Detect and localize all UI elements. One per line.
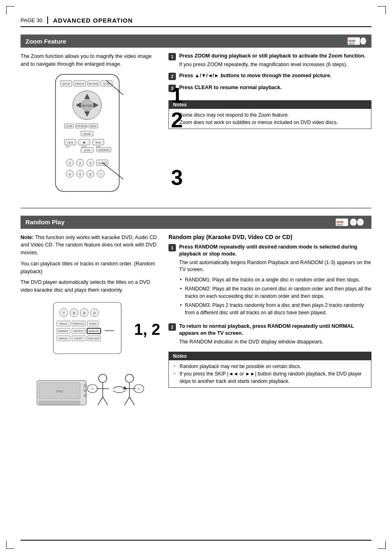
random-notes-header: Notes — [169, 352, 371, 360]
svg-point-104 — [84, 389, 87, 392]
zoom-step-2-content: Press ▲/▼/◄/► buttons to move through th… — [179, 72, 331, 80]
corner-mark-bl — [6, 541, 14, 549]
svg-text:RETURN: RETURN — [89, 83, 98, 85]
page-title: ADVANCED OPERATION — [53, 17, 133, 24]
svg-point-103 — [84, 384, 87, 387]
zoom-step-2-bold: Press ▲/▼/◄/► buttons to move through th… — [179, 73, 331, 78]
svg-text:AUDIO: AUDIO — [89, 322, 97, 325]
random-heading: Random Play — [25, 219, 65, 226]
zoom-section: Zoom Feature DVD VIDEO DIGITAL The Zoom … — [21, 35, 371, 200]
random-notes-box: Notes Random playback may not be possibl… — [168, 352, 371, 388]
random-illustration: DVD — [21, 362, 160, 411]
svg-text:TOP MENU: TOP MENU — [76, 125, 87, 127]
page-number: PAGE 30 — [21, 17, 42, 23]
svg-text:0: 0 — [93, 311, 95, 315]
svg-text:VIDEO: VIDEO — [348, 42, 355, 45]
svg-text:SKIP: SKIP — [65, 145, 70, 148]
svg-text:1: 1 — [69, 161, 71, 165]
random-remote-svg: 7 8 9 0 ANGLE — [49, 300, 131, 356]
corner-mark-tr — [378, 6, 386, 14]
zoom-step-1-num: 1 — [168, 53, 176, 60]
zoom-step-3-content: Press CLEAR to resume normal playback. — [179, 84, 281, 92]
zoom-note-2: Zoom does not work on subtitles or menus… — [173, 119, 367, 126]
svg-text:SEARCH: SEARCH — [74, 330, 83, 332]
zoom-step-1-content: Press ZOOM during playback or still play… — [179, 53, 366, 68]
zoom-heading: Zoom Feature — [25, 38, 66, 45]
svg-text:5: 5 — [79, 173, 81, 176]
zoom-remote-svg: SETUP DISPLAY RETURN ZOOM — [43, 72, 138, 200]
zoom-step-1-bold: Press ZOOM during playback or still play… — [179, 53, 366, 59]
page-container: PAGE 30 ADVANCED OPERATION Zoom Feature … — [0, 0, 392, 555]
zoom-notes-list: Some discs may not respond to the Zoom f… — [173, 111, 367, 126]
random-note-2: If you press the SKIP |◄◄ or ►►| button … — [173, 370, 367, 385]
random-bullet-3: RANDOM3: Plays 2 tracks randomly from a … — [179, 302, 371, 316]
zoom-notes-body: Some discs may not respond to the Zoom f… — [169, 109, 371, 129]
zoom-icons: DVD VIDEO DIGITAL — [348, 37, 367, 46]
random-step-2-num: 2 — [168, 323, 176, 331]
svg-line-117 — [129, 397, 134, 405]
svg-point-119 — [138, 387, 140, 389]
random-col-left: Note: This function only works with kara… — [21, 234, 160, 411]
random-para1: You can playback titles or tracks in ran… — [21, 260, 160, 276]
zoom-step-3-label: 3 — [171, 167, 183, 188]
svg-point-112 — [91, 387, 94, 389]
svg-text:DISC SKIP: DISC SKIP — [88, 337, 99, 340]
page-footer-line — [21, 540, 371, 541]
random-notes-list: Random playback may not be possible on c… — [173, 363, 367, 385]
svg-text:3: 3 — [90, 161, 92, 165]
header-divider — [47, 16, 48, 24]
random-step-1-num: 1 — [168, 244, 176, 251]
svg-text:►►|: ►►| — [95, 141, 101, 144]
zoom-section-header: Zoom Feature DVD VIDEO DIGITAL — [21, 35, 371, 48]
svg-text:DVD: DVD — [56, 389, 63, 393]
svg-text:7: 7 — [62, 311, 65, 315]
random-note-1: Random playback may not be possible on c… — [173, 363, 367, 370]
random-step-2: 2 To return to normal playback, press RA… — [168, 323, 371, 346]
svg-point-68 — [360, 221, 362, 223]
svg-text:9: 9 — [83, 311, 85, 315]
svg-text:|◄◄: |◄◄ — [67, 141, 73, 144]
svg-point-113 — [125, 374, 134, 382]
random-main: Note: This function only works with kara… — [21, 234, 371, 411]
random-icons: DVD VIDEO DIGITAL DIGITAL — [336, 218, 367, 227]
random-step-1-bullets: RANDOM1: Plays all the tracks on a singl… — [179, 276, 371, 316]
random-step-2-content: To return to normal playback, press RAND… — [179, 323, 371, 346]
random-step-1-content: Press RANDOM repeatedly until desired ra… — [179, 244, 371, 319]
svg-text:DISPLAY: DISPLAY — [75, 83, 85, 85]
corner-mark-br — [378, 541, 386, 549]
svg-point-105 — [84, 394, 87, 397]
svg-text:SETUP: SETUP — [62, 83, 70, 85]
svg-text:−: − — [99, 172, 102, 176]
zoom-notes-box: Notes Some discs may not respond to the … — [168, 100, 371, 129]
zoom-note-1: Some discs may not respond to the Zoom f… — [173, 111, 367, 119]
svg-text:MENU: MENU — [90, 125, 97, 127]
random-disc-icons: DVD VIDEO DIGITAL DIGITAL — [336, 218, 367, 227]
random-bullet-2: RANDOM2: Plays all the tracks on current… — [179, 285, 371, 300]
svg-line-109 — [98, 397, 103, 405]
random-section-header: Random Play DVD VIDEO DIGITAL DIGITAL — [21, 216, 371, 229]
random-note-text: This function only works with karaoke DV… — [21, 235, 157, 256]
zoom-step-3-bold: Press CLEAR to resume normal playback. — [179, 85, 281, 90]
zoom-step-1-label: 1 — [171, 85, 183, 106]
zoom-notes-header: Notes — [169, 101, 371, 109]
random-note-para: Note: This function only works with kara… — [21, 234, 160, 257]
zoom-col-left: The Zoom function allows you to magnify … — [21, 53, 160, 200]
random-step-1-sub: The unit automatically begins Random Pla… — [179, 259, 371, 274]
svg-text:4: 4 — [69, 173, 71, 176]
svg-text:REPEAT: REPEAT — [59, 337, 68, 340]
random-step-2-sub: The RANDOM indicator in the DVD display … — [179, 339, 371, 346]
random-step-2-bold: To return to normal playback, press RAND… — [179, 323, 354, 336]
zoom-two-col: The Zoom function allows you to magnify … — [21, 53, 371, 200]
svg-text:8: 8 — [73, 311, 75, 315]
random-section: Random Play DVD VIDEO DIGITAL DIGITAL — [21, 216, 371, 411]
zoom-step-2-num: 2 — [168, 73, 176, 80]
svg-point-65 — [353, 221, 355, 223]
svg-text:DIGITAL: DIGITAL — [359, 225, 365, 227]
zoom-step-3: 3 Press CLEAR to resume normal playback. — [168, 84, 371, 92]
zoom-diagram-area: SETUP DISPLAY RETURN ZOOM — [21, 72, 160, 200]
section-divider — [21, 208, 371, 208]
svg-text:RANDOM: RANDOM — [89, 330, 99, 332]
svg-text:STOP: STOP — [84, 149, 90, 152]
zoom-step-1-sub: If you press ZOOM repeatedly, the magnif… — [179, 61, 366, 69]
svg-text:ANGLE: ANGLE — [60, 322, 67, 325]
